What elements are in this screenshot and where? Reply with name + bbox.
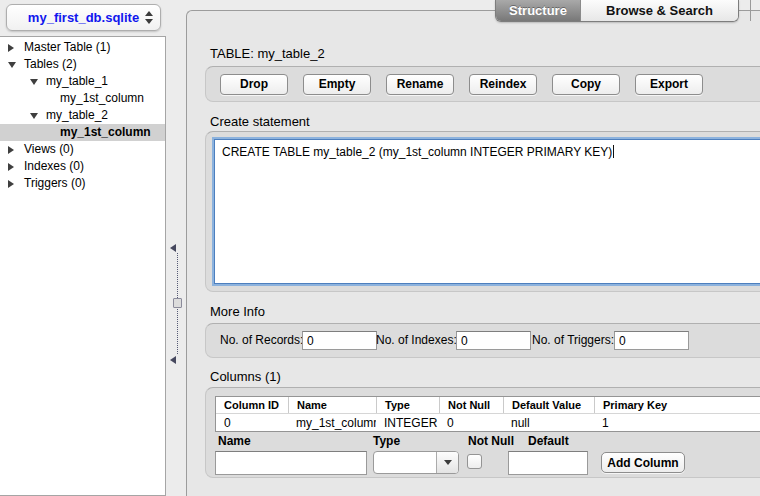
empty-button[interactable]: Empty bbox=[303, 74, 371, 95]
disclosure-triangle-icon[interactable] bbox=[30, 79, 38, 85]
new-column-default-input[interactable] bbox=[508, 451, 588, 475]
records-label: No. of Records: bbox=[220, 333, 303, 347]
table-actions-bar: Drop Empty Rename Reindex Copy Export bbox=[205, 66, 760, 102]
columns-title: Columns (1) bbox=[210, 369, 281, 384]
disclosure-triangle-icon[interactable] bbox=[8, 180, 14, 188]
create-statement-textarea[interactable]: CREATE TABLE my_table_2 (my_1st_column I… bbox=[214, 139, 760, 284]
sidebar-item-my-1st-column-t2-selected[interactable]: my_1st_column bbox=[0, 124, 165, 141]
disclosure-triangle-icon[interactable] bbox=[8, 163, 14, 171]
create-statement-title: Create statement bbox=[210, 114, 310, 129]
cell-primary-key: 1 bbox=[594, 414, 760, 431]
cell-name: my_1st_column bbox=[288, 414, 376, 431]
tab-browse-search[interactable]: Browse & Search bbox=[580, 0, 738, 21]
database-selector[interactable]: my_first_db.sqlite bbox=[6, 4, 161, 31]
triggers-label: No. of Triggers: bbox=[532, 333, 614, 347]
sidebar-item-triggers[interactable]: Triggers (0) bbox=[0, 175, 165, 192]
splitter-collapse-icon[interactable] bbox=[170, 356, 176, 364]
database-tree: Master Table (1) Tables (2) my_table_1 m… bbox=[0, 36, 166, 496]
splitter-collapse-icon[interactable] bbox=[170, 244, 176, 252]
reindex-button[interactable]: Reindex bbox=[469, 74, 537, 95]
column-header-default[interactable]: Default Value bbox=[503, 397, 594, 413]
column-header-name[interactable]: Name bbox=[288, 397, 376, 413]
text-cursor bbox=[613, 145, 614, 158]
indexes-label: No. of Indexes: bbox=[376, 333, 457, 347]
disclosure-triangle-icon[interactable] bbox=[8, 146, 14, 154]
columns-table-header: Column ID Name Type Not Null Default Val… bbox=[216, 397, 760, 414]
sidebar-item-views[interactable]: Views (0) bbox=[0, 141, 165, 158]
records-field[interactable] bbox=[302, 331, 377, 350]
export-button[interactable]: Export bbox=[635, 74, 703, 95]
cell-default-value: null bbox=[503, 414, 594, 431]
stepper-icon bbox=[144, 10, 153, 25]
sidebar-item-my-table-1[interactable]: my_table_1 bbox=[0, 73, 165, 90]
drop-button[interactable]: Drop bbox=[220, 74, 288, 95]
sidebar-item-my-1st-column-t1[interactable]: my_1st_column bbox=[0, 90, 165, 107]
add-type-label: Type bbox=[373, 434, 400, 448]
create-statement-text: CREATE TABLE my_table_2 (my_1st_column I… bbox=[222, 145, 612, 159]
disclosure-triangle-icon[interactable] bbox=[8, 44, 14, 52]
add-not-null-label: Not Null bbox=[468, 434, 514, 448]
sqlite-manager-window: { "colors": { "db_name_blue": "#1016ee",… bbox=[0, 0, 760, 496]
columns-table: Column ID Name Type Not Null Default Val… bbox=[215, 396, 760, 432]
tab-bar-edge bbox=[750, 0, 751, 21]
create-statement-group: CREATE TABLE my_table_2 (my_1st_column I… bbox=[205, 131, 760, 292]
dropdown-arrow-icon[interactable] bbox=[436, 452, 458, 473]
sidebar-item-master-table[interactable]: Master Table (1) bbox=[0, 39, 165, 56]
more-info-title: More Info bbox=[210, 304, 265, 319]
disclosure-triangle-icon[interactable] bbox=[8, 62, 16, 68]
add-name-label: Name bbox=[218, 434, 251, 448]
indexes-field[interactable] bbox=[456, 331, 531, 350]
column-header-not-null[interactable]: Not Null bbox=[439, 397, 503, 413]
column-header-id[interactable]: Column ID bbox=[216, 397, 288, 413]
cell-type: INTEGER bbox=[376, 414, 439, 431]
add-column-button[interactable]: Add Column bbox=[601, 452, 685, 473]
column-header-primary-key[interactable]: Primary Key bbox=[594, 397, 760, 413]
not-null-checkbox[interactable] bbox=[467, 454, 482, 469]
more-info-group: No. of Records: No. of Indexes: No. of T… bbox=[205, 323, 760, 358]
tab-structure[interactable]: Structure bbox=[496, 0, 580, 21]
page-title: TABLE: my_table_2 bbox=[210, 46, 325, 61]
sidebar-item-tables[interactable]: Tables (2) bbox=[0, 56, 165, 73]
new-column-type-select[interactable] bbox=[373, 451, 459, 474]
copy-button[interactable]: Copy bbox=[552, 74, 620, 95]
new-column-name-input[interactable] bbox=[215, 451, 367, 475]
sidebar-item-indexes[interactable]: Indexes (0) bbox=[0, 158, 165, 175]
cell-column-id: 0 bbox=[216, 414, 288, 431]
columns-group: Column ID Name Type Not Null Default Val… bbox=[205, 387, 760, 478]
sidebar-item-my-table-2[interactable]: my_table_2 bbox=[0, 107, 165, 124]
rename-button[interactable]: Rename bbox=[386, 74, 454, 95]
table-row[interactable]: 0 my_1st_column INTEGER 0 null 1 bbox=[216, 414, 760, 431]
triggers-field[interactable] bbox=[614, 331, 689, 350]
splitter-knob[interactable] bbox=[173, 298, 182, 308]
database-name: my_first_db.sqlite bbox=[28, 10, 139, 25]
column-header-type[interactable]: Type bbox=[376, 397, 439, 413]
add-default-label: Default bbox=[528, 434, 569, 448]
disclosure-triangle-icon[interactable] bbox=[30, 113, 38, 119]
cell-not-null: 0 bbox=[439, 414, 503, 431]
tab-bar: Structure Browse & Search bbox=[495, 0, 739, 22]
